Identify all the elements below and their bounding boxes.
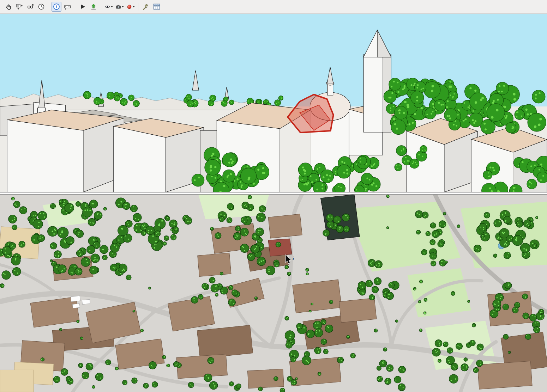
play-icon — [79, 3, 86, 11]
visibility-tool-button[interactable] — [104, 2, 114, 12]
red-sphere-icon — [126, 3, 132, 11]
identify-tool-button[interactable]: i — [52, 2, 61, 12]
selected-parcel-highlight[interactable] — [268, 239, 292, 256]
navigate-tool-button[interactable] — [14, 2, 24, 12]
measure-tool-button[interactable] — [62, 2, 72, 12]
table-tool-button[interactable] — [152, 2, 162, 12]
ruler-icon — [64, 3, 71, 11]
play-animation-button[interactable] — [78, 2, 88, 12]
orbit-circles-icon — [26, 3, 34, 11]
toolbar: i — [0, 0, 547, 14]
dropdown-arrow-icon[interactable] — [133, 6, 135, 7]
map-2d-panel[interactable]: i — [0, 194, 547, 392]
green-up-arrow-icon — [90, 3, 97, 11]
attribute-table-icon — [153, 3, 161, 11]
map-2d-canvas[interactable]: i — [0, 195, 547, 392]
pan-tool-button[interactable] — [4, 2, 13, 12]
application-window: i — [0, 0, 547, 392]
camera-icon — [115, 3, 121, 11]
toolbar-separator — [75, 3, 75, 11]
eye-icon — [104, 3, 110, 11]
dropdown-arrow-icon[interactable] — [122, 6, 124, 7]
snapshot-tool-button[interactable] — [115, 2, 125, 12]
daylight-tool-button[interactable] — [36, 2, 46, 12]
wrench-icon — [142, 3, 150, 11]
export-tool-button[interactable] — [89, 2, 98, 12]
toolbar-separator — [49, 3, 49, 11]
toolbar-separator — [101, 3, 101, 11]
hand-icon — [5, 3, 12, 11]
clock-icon — [37, 3, 45, 11]
orbit-tool-button[interactable] — [25, 2, 35, 12]
dropdown-arrow-icon[interactable] — [111, 6, 113, 7]
record-tool-button[interactable] — [126, 2, 136, 12]
scene-3d-panel[interactable] — [0, 14, 547, 192]
extent-arrows-icon — [16, 3, 23, 11]
settings-tool-button[interactable] — [141, 2, 151, 12]
toolbar-separator — [138, 3, 138, 11]
scene-3d-canvas[interactable] — [0, 14, 547, 192]
identify-i-icon: i — [53, 3, 60, 11]
